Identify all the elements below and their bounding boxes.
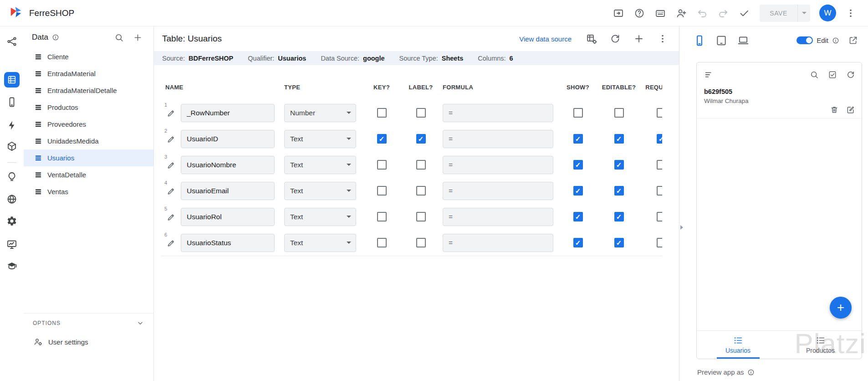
sidebar-table-item[interactable]: Ventas [24,183,153,200]
editable-checkbox[interactable] [614,134,624,144]
sidebar-table-item[interactable]: Cliente [24,48,153,65]
editable-checkbox[interactable] [614,212,624,221]
rail-monitor-icon[interactable] [4,237,20,252]
preview-app-icon[interactable] [610,5,627,21]
key-checkbox[interactable] [377,108,387,118]
rail-automation-icon[interactable] [4,118,20,133]
show-checkbox[interactable] [573,108,583,118]
column-type-select[interactable]: Number [284,104,356,122]
edit-toggle[interactable] [797,36,813,44]
rail-data-icon[interactable] [4,72,20,88]
require-checkbox[interactable] [657,238,663,247]
bottom-nav-tab[interactable]: Productos [779,331,862,359]
more-menu-icon[interactable] [842,5,859,21]
column-type-select[interactable]: Text [284,156,356,174]
label-checkbox[interactable] [416,108,426,118]
edit-column-icon[interactable] [167,134,176,144]
require-checkbox[interactable] [657,160,663,170]
edit-record-icon[interactable] [846,105,855,114]
column-name-input[interactable] [181,234,275,252]
save-dropdown-button[interactable] [797,5,810,22]
sidebar-table-item[interactable]: UnidadesMedida [24,133,153,149]
rail-app-views-icon[interactable] [4,94,20,110]
panel-collapse-handle[interactable] [680,222,687,232]
validate-check-icon[interactable] [736,5,752,21]
user-settings-button[interactable]: User settings [24,333,153,351]
formula-input[interactable] [443,208,553,226]
column-type-select[interactable]: Text [284,130,356,148]
sidebar-table-item[interactable]: EntradaMaterial [24,65,153,82]
column-name-input[interactable] [181,130,275,148]
view-data-source-button[interactable]: View data source [515,32,576,46]
key-checkbox[interactable] [377,238,387,247]
sidebar-table-item[interactable]: EntradaMaterialDetalle [24,82,153,99]
rail-learn-icon[interactable] [4,258,20,274]
column-name-input[interactable] [181,156,275,174]
editable-checkbox[interactable] [614,238,624,247]
formula-input[interactable] [443,130,553,148]
sidebar-table-item[interactable]: Proveedores [24,116,153,133]
show-checkbox[interactable] [573,238,583,247]
edit-column-icon[interactable] [167,238,176,247]
multi-select-icon[interactable] [828,70,837,79]
sort-icon[interactable] [704,70,714,80]
require-checkbox[interactable] [657,212,663,221]
edit-column-icon[interactable] [167,160,176,170]
options-toggle[interactable]: OPTIONS [24,314,153,333]
save-button[interactable]: SAVE [760,5,797,22]
share-app-icon[interactable] [673,5,689,21]
add-table-icon[interactable] [130,30,145,45]
rail-intelligence-icon[interactable] [4,169,20,185]
search-icon[interactable] [810,70,819,79]
formula-input[interactable] [443,182,553,200]
key-checkbox[interactable] [377,186,387,196]
undo-icon[interactable] [694,5,710,21]
column-name-input[interactable] [181,208,275,226]
device-desktop-icon[interactable] [737,35,749,46]
bottom-nav-tab[interactable]: Usuarios [697,331,779,359]
show-checkbox[interactable] [573,186,583,196]
sidebar-table-item[interactable]: VentaDetalle [24,166,153,183]
key-checkbox[interactable] [377,134,387,144]
add-column-icon[interactable] [631,31,647,47]
edit-column-icon[interactable] [167,186,176,196]
edit-column-icon[interactable] [167,108,176,118]
column-name-input[interactable] [181,182,275,200]
column-type-select[interactable]: Text [284,234,356,252]
sidebar-table-item[interactable]: Productos [24,99,153,116]
require-checkbox[interactable] [657,186,663,196]
open-in-new-icon[interactable] [846,33,861,48]
label-checkbox[interactable] [416,238,426,247]
device-tablet-icon[interactable] [715,35,727,46]
column-type-select[interactable]: Text [284,182,356,200]
key-checkbox[interactable] [377,212,387,221]
column-type-select[interactable]: Text [284,208,356,226]
help-icon[interactable] [631,5,648,21]
editable-checkbox[interactable] [614,108,624,118]
sidebar-table-item[interactable]: Usuarios [24,149,153,166]
formula-input[interactable] [443,156,553,174]
rail-actions-box-icon[interactable] [4,139,20,154]
formula-input[interactable] [443,234,553,252]
sync-icon[interactable] [846,70,855,79]
device-phone-icon[interactable] [694,35,705,46]
rail-flow-icon[interactable] [4,34,20,49]
key-checkbox[interactable] [377,160,387,170]
formula-input[interactable] [443,104,553,122]
add-record-fab[interactable]: + [830,297,852,319]
column-name-input[interactable] [181,104,275,122]
whats-new-icon[interactable] [652,5,669,21]
delete-icon[interactable] [830,105,839,114]
record-list-item[interactable]: b629f505 Wilmar Churapa [697,87,862,118]
editable-checkbox[interactable] [614,160,624,170]
avatar[interactable]: W [819,5,836,21]
label-checkbox[interactable] [416,212,426,221]
rail-settings-icon[interactable] [4,213,20,229]
table-settings-icon[interactable] [583,31,600,47]
label-checkbox[interactable] [416,134,426,144]
rail-browser-icon[interactable] [4,191,20,207]
show-checkbox[interactable] [573,134,583,144]
require-checkbox[interactable] [657,134,663,144]
redo-icon[interactable] [715,5,731,21]
refresh-icon[interactable] [607,31,623,47]
